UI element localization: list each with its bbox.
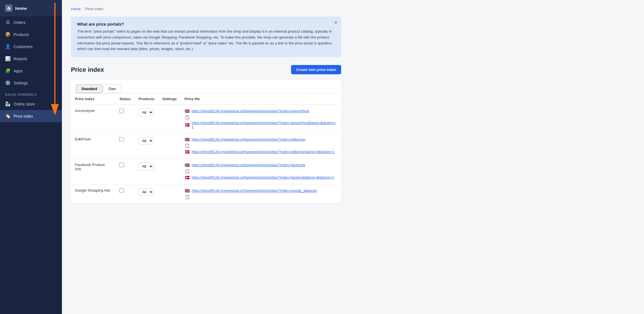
col-status: Status xyxy=(115,93,135,105)
price-file-url-0-2[interactable]: https://shop95134.mywebshop.io/framework… xyxy=(192,121,337,129)
row-3-price-file-copy-1: 📋 xyxy=(185,194,337,199)
online-store-icon: 🏪 xyxy=(5,101,11,107)
row-1-products-select[interactable]: All xyxy=(138,137,153,145)
row-0-status xyxy=(115,105,135,133)
settings-icon: ⚙️ xyxy=(5,80,11,86)
row-3-price-file: 🇬🇧https://shop95134.mywebshop.io/framewo… xyxy=(181,184,341,204)
customers-icon: 👤 xyxy=(5,44,11,49)
col-price-file: Price file xyxy=(181,93,341,105)
row-1-price-file-link-2: 🇩🇰https://shop95134.mywebshop.io/framewo… xyxy=(185,149,337,154)
info-box-title: What are price portals? xyxy=(77,22,335,26)
breadcrumb-separator: › xyxy=(82,7,84,11)
flag-0-2: 🇩🇰 xyxy=(185,122,190,127)
price-file-url-0-0[interactable]: https://shop95134.mywebshop.io/framework… xyxy=(192,109,309,113)
copy-icon-2-1[interactable]: 📋 xyxy=(185,169,190,174)
row-1-status xyxy=(115,133,135,159)
flag-1-0: 🇬🇧 xyxy=(185,137,190,142)
sidebar-item-apps[interactable]: 🧩Apps xyxy=(0,65,62,77)
copy-icon-0-1[interactable]: 📋 xyxy=(185,115,190,120)
row-2-settings xyxy=(158,159,181,184)
home-icon: 🏠 xyxy=(5,5,12,12)
breadcrumb-home[interactable]: Home xyxy=(71,7,81,11)
table-row: Google Shopping AdsAll🇬🇧https://shop9513… xyxy=(71,184,341,204)
row-0-name: Annonsfynd xyxy=(71,105,115,133)
sidebar-item-products[interactable]: 📦Products xyxy=(0,28,62,41)
sidebar-home-label: Home xyxy=(15,6,27,11)
price-index-table-card: Standard Own Price index Status Products… xyxy=(71,80,341,203)
row-1-name: EdbPriser xyxy=(71,133,115,159)
tab-standard[interactable]: Standard xyxy=(76,84,102,93)
price-file-url-1-2[interactable]: https://shop95134.mywebshop.io/framework… xyxy=(192,150,335,154)
row-1-price-file: 🇬🇧https://shop95134.mywebshop.io/framewo… xyxy=(181,133,341,159)
row-0-price-file: 🇬🇧https://shop95134.mywebshop.io/framewo… xyxy=(181,105,341,133)
row-0-status-checkbox[interactable] xyxy=(119,109,124,113)
row-2-price-file-copy-1: 📋 xyxy=(185,169,337,174)
price-file-url-2-0[interactable]: https://shop95134.mywebshop.io/framework… xyxy=(192,163,305,167)
table-row: AnnonsfyndAll🇬🇧https://shop95134.mywebsh… xyxy=(71,105,341,133)
row-1-products: All xyxy=(135,133,158,159)
sidebar-home[interactable]: 🏠 Home xyxy=(0,0,62,16)
table-row: EdbPriserAll🇬🇧https://shop95134.mywebsho… xyxy=(71,133,341,159)
tabs: Standard Own xyxy=(76,84,336,93)
row-2-price-file-link-2: 🇩🇰https://shop95134.mywebshop.io/framewo… xyxy=(185,175,337,180)
row-0-price-file-link-2: 🇩🇰https://shop95134.mywebshop.io/framewo… xyxy=(185,121,337,129)
row-3-status-checkbox[interactable] xyxy=(119,188,124,193)
page-header: Price index Create own price index xyxy=(71,65,341,74)
row-3-price-file-link-0: 🇬🇧https://shop95134.mywebshop.io/framewo… xyxy=(185,188,337,193)
sidebar: 🏠 Home ☰Orders📦Products👤Customers📊Report… xyxy=(0,0,62,314)
sidebar-item-reports[interactable]: 📊Reports xyxy=(0,53,62,65)
copy-icon-1-1[interactable]: 📋 xyxy=(185,143,190,148)
apps-icon: 🧩 xyxy=(5,68,11,73)
sidebar-item-customers[interactable]: 👤Customers xyxy=(0,41,62,53)
sidebar-item-label-settings: Settings xyxy=(14,81,28,85)
flag-2-2: 🇩🇰 xyxy=(185,175,190,180)
price-file-url-1-0[interactable]: https://shop95134.mywebshop.io/framework… xyxy=(192,138,306,142)
table-header: Price index Status Products Settings Pri… xyxy=(71,93,341,105)
row-3-products: All xyxy=(135,184,158,204)
sales-channels-label: SALES CHANNELS xyxy=(0,89,62,98)
sidebar-item-settings[interactable]: ⚙️Settings xyxy=(0,77,62,89)
info-box-close-button[interactable]: × xyxy=(334,20,337,25)
info-box: What are price portals? The term "price … xyxy=(71,17,341,57)
sidebar-item-label-products: Products xyxy=(14,32,29,37)
sidebar-item-online-store[interactable]: 🏪Online store xyxy=(0,98,62,110)
row-3-settings xyxy=(158,184,181,204)
breadcrumb-current: Price index xyxy=(85,7,103,11)
tab-bar: Standard Own xyxy=(71,80,341,93)
row-2-name: Facebook Product Ads xyxy=(71,159,115,184)
sidebar-item-label-customers: Customers xyxy=(14,44,33,49)
price-file-url-3-0[interactable]: https://shop95134.mywebshop.io/framework… xyxy=(192,189,317,193)
row-3-name: Google Shopping Ads xyxy=(71,184,115,204)
table-header-row: Price index Status Products Settings Pri… xyxy=(71,93,341,105)
row-3-status xyxy=(115,184,135,204)
row-1-status-checkbox[interactable] xyxy=(119,137,124,142)
sidebar-nav: ☰Orders📦Products👤Customers📊Reports🧩Apps⚙… xyxy=(0,16,62,89)
breadcrumb: Home › Price index xyxy=(71,7,635,11)
sidebar-item-price-index[interactable]: 🏷️Price index xyxy=(0,110,62,122)
row-1-price-file-copy-1: 📋 xyxy=(185,143,337,148)
sidebar-item-label-price-index: Price index xyxy=(14,114,33,118)
row-0-products: All xyxy=(135,105,158,133)
price-index-table: Price index Status Products Settings Pri… xyxy=(71,93,341,203)
row-3-products-select[interactable]: All xyxy=(138,188,153,196)
copy-icon-3-1[interactable]: 📋 xyxy=(185,194,190,199)
flag-3-0: 🇬🇧 xyxy=(185,188,190,193)
sidebar-item-label-reports: Reports xyxy=(14,57,27,61)
table-container: Price index Status Products Settings Pri… xyxy=(71,93,341,203)
price-file-url-2-2[interactable]: https://shop95134.mywebshop.io/framework… xyxy=(192,176,334,180)
row-2-products: All xyxy=(135,159,158,184)
info-box-body: The term "price portals" refers to pages… xyxy=(77,29,335,52)
row-2-status-checkbox[interactable] xyxy=(119,163,124,167)
sidebar-sales-channels: 🏪Online store🏷️Price index xyxy=(0,98,62,122)
sidebar-item-label-online-store: Online store xyxy=(14,102,35,106)
sidebar-item-orders[interactable]: ☰Orders xyxy=(0,16,62,28)
flag-0-0: 🇬🇧 xyxy=(185,109,190,114)
flag-1-2: 🇩🇰 xyxy=(185,149,190,154)
tab-own[interactable]: Own xyxy=(103,84,121,93)
row-0-products-select[interactable]: All xyxy=(138,109,153,116)
row-0-price-file-link-0: 🇬🇧https://shop95134.mywebshop.io/framewo… xyxy=(185,109,337,114)
col-products: Products xyxy=(135,93,158,105)
create-price-index-button[interactable]: Create own price index xyxy=(291,65,341,74)
orders-icon: ☰ xyxy=(5,20,11,25)
row-2-products-select[interactable]: All xyxy=(138,163,153,170)
